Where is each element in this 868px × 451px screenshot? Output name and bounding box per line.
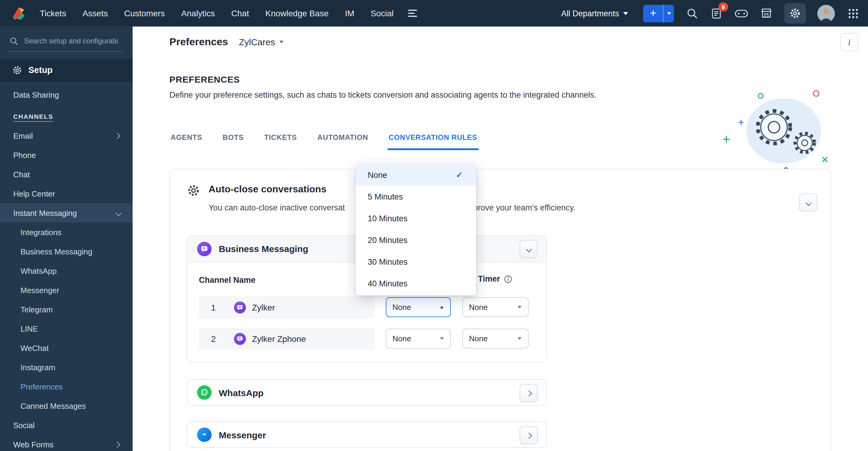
sidebar-item-email[interactable]: Email <box>0 126 133 145</box>
chevron-down-icon <box>805 200 811 206</box>
primary-nav: Tickets Assets Customers Analytics Chat … <box>40 8 394 18</box>
expand-whatsapp-button[interactable] <box>520 384 538 402</box>
auto-close-title: Auto-close conversations <box>209 184 327 195</box>
sidebar-item-line[interactable]: LINE <box>0 319 133 338</box>
chevron-right-icon <box>114 133 120 139</box>
notification-badge: 8 <box>718 2 728 11</box>
chevron-right-icon <box>114 441 120 447</box>
sidebar-search-input[interactable] <box>23 36 119 46</box>
chevron-down-icon <box>440 337 444 340</box>
settings-gear-icon[interactable] <box>784 3 806 24</box>
channel-icon <box>234 301 246 313</box>
tab-conversation-rules[interactable]: CONVERSATION RULES <box>387 133 478 150</box>
menu-option-30-minutes[interactable]: 30 Minutes <box>355 251 476 273</box>
sidebar-item-preferences[interactable]: Preferences <box>0 377 133 396</box>
channel-name-cell: 2 Zylker Zphone <box>199 327 375 350</box>
collapse-section-button[interactable] <box>799 193 817 212</box>
channel-name: Zylker Zphone <box>252 334 306 343</box>
sidebar-item-data-sharing[interactable]: Data Sharing <box>0 85 133 104</box>
sidebar-item-wechat[interactable]: WeChat <box>0 338 133 358</box>
auto-close-header: Auto-close conversations <box>187 184 814 197</box>
messenger-icon <box>197 427 212 442</box>
sidebar-item-business-messaging[interactable]: Business Messaging <box>0 242 133 261</box>
add-icon[interactable]: + <box>643 4 663 22</box>
channel-name: Zylker <box>252 302 275 312</box>
collapse-panel-button[interactable] <box>520 240 538 258</box>
menu-option-10-minutes[interactable]: 10 Minutes <box>355 207 476 229</box>
tab-agents[interactable]: AGENTS <box>169 133 204 150</box>
nav-item-im[interactable]: IM <box>345 8 354 18</box>
sidebar-item-help-center[interactable]: Help Center <box>0 184 133 203</box>
sidebar-item-instagram[interactable]: Instagram <box>0 358 133 377</box>
timer-dropdown[interactable]: None <box>462 329 529 349</box>
quick-add-button[interactable]: + <box>643 4 674 22</box>
chevron-down-icon <box>116 210 121 216</box>
tab-bots[interactable]: BOTS <box>221 133 245 150</box>
whatsapp-icon <box>197 385 212 400</box>
nav-item-social[interactable]: Social <box>371 8 394 18</box>
nav-more-icon[interactable] <box>408 10 417 17</box>
chevron-right-icon <box>526 432 532 438</box>
timer-dropdown-open[interactable]: None <box>386 297 451 317</box>
menu-option-20-minutes[interactable]: 20 Minutes <box>355 229 476 251</box>
sidebar-item-phone[interactable]: Phone <box>0 145 133 164</box>
nav-item-assets[interactable]: Assets <box>83 8 108 18</box>
menu-option-5-minutes[interactable]: 5 Minutes <box>355 186 476 207</box>
chevron-down-icon <box>518 306 522 308</box>
nav-item-analytics[interactable]: Analytics <box>181 8 215 18</box>
sidebar-item-social[interactable]: Social <box>0 415 133 435</box>
whatsapp-label: WhatsApp <box>219 387 264 398</box>
sidebar-item-integrations[interactable]: Integrations <box>0 222 133 242</box>
info-button[interactable]: i <box>840 33 858 51</box>
notifications-icon[interactable]: 8 <box>710 7 723 20</box>
add-dropdown-arrow[interactable] <box>663 4 674 22</box>
table-row: 2 Zylker Zphone None None <box>199 327 534 350</box>
department-selector[interactable]: All Departments <box>561 9 628 18</box>
sidebar-item-web-forms[interactable]: Web Forms <box>0 435 133 451</box>
expand-messenger-button[interactable] <box>520 426 538 444</box>
setup-sidebar: Setup Data Sharing CHANNELS Email Phone … <box>0 27 133 451</box>
setup-nav-list: Data Sharing CHANNELS Email Phone Chat H… <box>0 85 133 451</box>
content-header: Preferences ZylCares i <box>133 27 868 57</box>
section-title: PREFERENCES <box>169 74 868 84</box>
business-messaging-title: Business Messaging <box>219 244 308 254</box>
tab-automation[interactable]: AUTOMATION <box>316 133 369 150</box>
chevron-down-icon <box>518 337 522 340</box>
setup-label: Setup <box>28 65 53 75</box>
app-grid-icon[interactable] <box>846 7 860 20</box>
channel-name-cell: 1 Zylker <box>199 296 375 318</box>
sidebar-item-messenger[interactable]: Messenger <box>0 280 133 300</box>
timer-dropdown[interactable]: None <box>386 329 451 349</box>
sidebar-search[interactable] <box>8 34 124 52</box>
sidebar-item-telegram[interactable]: Telegram <box>0 300 133 319</box>
sidebar-item-instant-messaging[interactable]: Instant Messaging <box>0 203 133 222</box>
menu-option-40-minutes[interactable]: 40 Minutes <box>355 273 476 294</box>
sidebar-item-chat[interactable]: Chat <box>0 164 133 184</box>
check-icon: ✓ <box>456 170 463 180</box>
nav-item-chat[interactable]: Chat <box>231 8 249 18</box>
preferences-hero: PREFERENCES Define your preference setti… <box>133 57 868 99</box>
sidebar-item-canned-messages[interactable]: Canned Messages <box>0 396 133 415</box>
sidebar-item-whatsapp[interactable]: WhatsApp <box>0 261 133 280</box>
gamification-icon[interactable] <box>735 7 748 20</box>
nav-item-knowledge-base[interactable]: Knowledge Base <box>265 8 329 18</box>
messenger-label: Messenger <box>219 429 266 440</box>
search-icon[interactable] <box>685 7 699 20</box>
zoho-desk-logo-icon[interactable] <box>11 5 27 21</box>
whatsapp-panel[interactable]: WhatsApp <box>187 379 547 406</box>
tab-tickets[interactable]: TICKETS <box>263 133 298 150</box>
nav-item-tickets[interactable]: Tickets <box>40 8 66 18</box>
user-avatar[interactable] <box>817 4 835 22</box>
app-window: Tickets Assets Customers Analytics Chat … <box>0 0 868 451</box>
sidebar-setup-header[interactable]: Setup <box>0 59 133 81</box>
menu-option-none[interactable]: None ✓ <box>355 164 476 186</box>
section-description: Define your preference settings, such as… <box>169 90 664 99</box>
portal-selector[interactable]: ZylCares <box>239 37 284 47</box>
nav-item-customers[interactable]: Customers <box>124 8 165 18</box>
timer-dropdown[interactable]: None <box>462 297 529 317</box>
sidebar-section-channels: CHANNELS <box>0 108 133 126</box>
channel-icon <box>234 333 246 344</box>
messenger-panel[interactable]: Messenger <box>187 421 547 448</box>
marketplace-icon[interactable] <box>760 7 773 20</box>
business-messaging-icon <box>197 241 212 256</box>
